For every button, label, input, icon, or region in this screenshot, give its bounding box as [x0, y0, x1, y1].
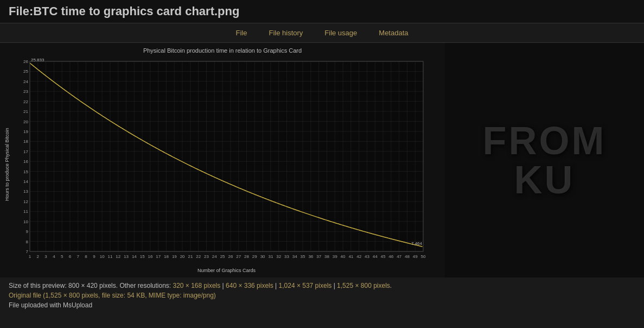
chart-title: Physical Bitcoin production time in rela…: [4, 47, 441, 54]
chart-wrapper: Hours to produce Physical Bitcoin: [4, 56, 441, 273]
tab-file-history[interactable]: File history: [269, 29, 303, 37]
tab-metadata[interactable]: Metadata: [379, 29, 408, 37]
tab-file[interactable]: File: [236, 29, 247, 37]
tab-file-usage[interactable]: File usage: [324, 29, 357, 37]
uploaded-text: File uploaded with MsUpload: [9, 301, 635, 309]
preview-size-label: Size of this preview:: [9, 282, 68, 289]
preview-size-line: Size of this preview: 800 × 420 pixels. …: [9, 282, 635, 289]
from-logo: FROMKU: [483, 121, 607, 199]
main-content: Physical Bitcoin production time in rela…: [0, 43, 644, 277]
original-file: Original file (1,525 × 800 pixels, file …: [9, 292, 635, 299]
page-title: File:BTC time to graphics card chart.png: [9, 4, 635, 18]
y-axis-label: Hours to produce Physical Bitcoin: [4, 61, 10, 268]
chart-container: Physical Bitcoin production time in rela…: [0, 43, 445, 277]
res-link-3[interactable]: 1,024 × 537 pixels: [279, 282, 332, 289]
chart-inner: [11, 56, 441, 273]
preview-size-value: 800 × 420 pixels: [68, 282, 116, 289]
nav-tabs: File File history File usage Metadata: [0, 23, 644, 43]
other-resolutions-label: Other resolutions:: [119, 282, 173, 289]
info-section: Size of this preview: 800 × 420 pixels. …: [0, 277, 644, 313]
title-bar: File:BTC time to graphics card chart.png: [0, 0, 644, 23]
res-link-4[interactable]: 1,525 × 800 pixels: [337, 282, 390, 289]
res-link-2[interactable]: 640 × 336 pixels: [226, 282, 273, 289]
res-link-1[interactable]: 320 × 168 pixels: [173, 282, 221, 289]
chart-canvas: [11, 56, 434, 273]
right-panel: FROMKU: [445, 43, 644, 277]
